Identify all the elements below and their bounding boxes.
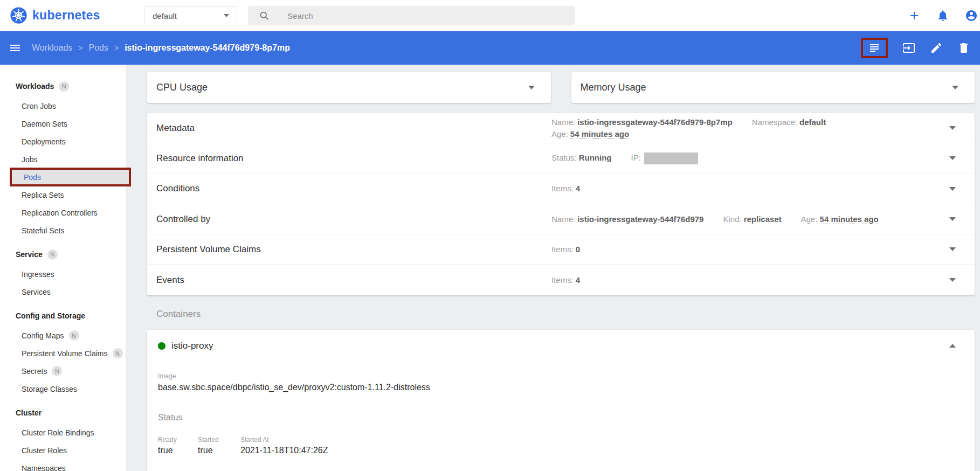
sidebar-item-label: Namespaces [22, 464, 66, 471]
chevron-down-icon[interactable] [949, 126, 956, 130]
kubernetes-wheel-icon [10, 6, 27, 24]
sidebar-header-config-storage[interactable]: Config and Storage [0, 305, 126, 327]
sidebar-item-label: Daemon Sets [22, 120, 67, 128]
sidebar-item-cron-jobs[interactable]: Cron Jobs [0, 97, 126, 115]
sidebar-item-label: Storage Classes [22, 385, 77, 393]
field-value: 4 [576, 184, 580, 193]
logs-icon[interactable] [868, 41, 881, 54]
field-label: Name: [551, 117, 575, 127]
sidebar-item-label: Pods [24, 173, 41, 182]
field-pair: Kind:replicaset [723, 213, 781, 225]
account-icon[interactable] [965, 9, 978, 22]
sidebar-item-daemon-sets[interactable]: Daemon Sets [0, 115, 126, 133]
sidebar-item-storage-classes[interactable]: Storage Classes [0, 380, 126, 398]
sidebar-group-workloads: Workloads N Cron Jobs Daemon Sets Deploy… [0, 75, 126, 239]
section-summary: Name:istio-ingressgateway-544f76d979-8p7… [551, 116, 943, 140]
cpu-usage-title: CPU Usage [156, 82, 208, 93]
sidebar-header-cluster[interactable]: Cluster [0, 402, 126, 424]
chevron-down-icon[interactable] [949, 247, 956, 251]
sidebar-item-cluster-role-bindings[interactable]: Cluster Role Bindings [0, 424, 126, 441]
field-pair: Namespace:default [752, 116, 826, 128]
namespace-select-value: default [153, 11, 177, 20]
section-row-metadata[interactable]: Metadata Name:istio-ingressgateway-544f7… [147, 113, 975, 143]
field-pair: Age:54 minutes ago [551, 128, 629, 140]
exec-icon[interactable] [902, 41, 915, 54]
search-icon [259, 10, 270, 22]
pod-actions [861, 38, 970, 58]
field-value: istio-ingressgateway-544f76d979 [577, 214, 703, 224]
sidebar-item-label: Replica Sets [22, 191, 64, 199]
kubernetes-logo[interactable]: kubernetes [10, 6, 100, 24]
status-field-ready: Ready true [158, 436, 198, 455]
sidebar-item-label: Secrets [22, 367, 47, 376]
field-value: 4 [576, 275, 580, 285]
chevron-down-icon[interactable] [949, 156, 956, 160]
sidebar-item-pods[interactable]: Pods [12, 170, 129, 184]
search-input[interactable] [287, 11, 524, 20]
field-pair: Items:4 [551, 274, 580, 286]
sidebar-item-jobs[interactable]: Jobs [0, 150, 126, 168]
menu-hamburger-icon[interactable] [9, 41, 22, 54]
logo-text: kubernetes [32, 8, 100, 23]
section-title: Events [156, 275, 551, 286]
sidebar-item-deployments[interactable]: Deployments [0, 133, 126, 150]
sidebar-item-cluster-roles[interactable]: Cluster Roles [0, 441, 126, 459]
notifications-bell-icon[interactable] [936, 9, 949, 22]
search-bar[interactable] [248, 6, 575, 25]
section-row-conditions[interactable]: Conditions Items:4 [147, 174, 975, 204]
field-value: 2021-11-18T10:47:26Z [240, 446, 328, 455]
sidebar-item-persistent-volume-claims[interactable]: Persistent Volume Claims N [0, 344, 126, 362]
delete-icon[interactable] [957, 41, 970, 54]
field-value: default [799, 117, 826, 127]
edit-icon[interactable] [930, 41, 943, 54]
sidebar-item-replica-sets[interactable]: Replica Sets [0, 186, 126, 204]
chevron-down-icon[interactable] [952, 86, 958, 89]
breadcrumb-workloads[interactable]: Workloads [32, 43, 72, 53]
field-value: 54 minutes ago [570, 129, 629, 139]
status-heading: Status [158, 413, 956, 422]
status-field-started-at: Started At 2021-11-18T10:47:26Z [240, 436, 328, 455]
field-label: Namespace: [752, 117, 797, 127]
sidebar-item-replication-controllers[interactable]: Replication Controllers [0, 204, 126, 221]
section-row-controlled-by[interactable]: Controlled by Name:istio-ingressgateway-… [147, 204, 975, 234]
section-row-persistent-volume-claims[interactable]: Persistent Volume Claims Items:0 [147, 234, 975, 265]
memory-usage-card: Memory Usage [571, 72, 975, 103]
sidebar-item-ingresses[interactable]: Ingresses [0, 265, 126, 283]
sidebar-item-secrets[interactable]: Secrets N [0, 362, 126, 380]
memory-usage-title: Memory Usage [581, 82, 646, 93]
chevron-up-icon[interactable] [949, 344, 956, 348]
field-label: Started [198, 436, 240, 444]
field-pair: Name:istio-ingressgateway-544f76d979-8p7… [551, 116, 733, 128]
chevron-down-icon[interactable] [949, 187, 956, 191]
sidebar-group-service: Service N Ingresses Services [0, 244, 126, 301]
chevron-down-icon[interactable] [949, 278, 956, 282]
chevron-down-icon[interactable] [949, 217, 956, 221]
container-name-row[interactable]: istio-proxy [158, 330, 956, 353]
namespace-select[interactable]: default [144, 6, 237, 25]
breadcrumb-current-pod: istio-ingressgateway-544f76d979-8p7mp [125, 43, 290, 53]
sidebar-item-label: Cluster Roles [22, 446, 67, 455]
field-label: Items: [551, 245, 574, 254]
status-running-dot-icon [158, 342, 165, 350]
breadcrumb-separator: > [78, 44, 82, 52]
breadcrumb-separator: > [114, 44, 119, 52]
chevron-down-icon[interactable] [528, 86, 535, 89]
section-title: Persistent Volume Claims [156, 244, 551, 255]
breadcrumb-pods[interactable]: Pods [88, 43, 108, 53]
sidebar-header-service[interactable]: Service N [0, 244, 126, 265]
top-header: kubernetes default [0, 0, 980, 31]
sidebar-item-label: Cluster Role Bindings [22, 428, 94, 437]
section-row-resource-information[interactable]: Resource information Status:Running IP: [147, 143, 975, 174]
field-label: Age: [551, 129, 568, 138]
sidebar-item-namespaces[interactable]: Namespaces [0, 459, 126, 471]
sidebar-item-config-maps[interactable]: Config Maps N [0, 327, 126, 344]
sidebar-item-stateful-sets[interactable]: Stateful Sets [0, 221, 126, 239]
field-pair: Items:0 [551, 244, 580, 255]
section-row-events[interactable]: Events Items:4 [147, 265, 975, 295]
sidebar-group-cluster: Cluster Cluster Role Bindings Cluster Ro… [0, 402, 126, 471]
field-label: Status: [551, 153, 577, 162]
plus-icon[interactable] [908, 9, 921, 22]
breadcrumb-toolbar: Workloads > Pods > istio-ingressgateway-… [0, 31, 980, 65]
sidebar-header-workloads[interactable]: Workloads N [0, 75, 126, 97]
sidebar-item-services[interactable]: Services [0, 283, 126, 301]
